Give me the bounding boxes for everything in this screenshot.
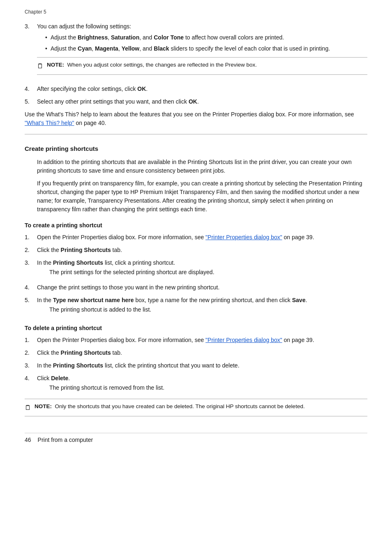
to-delete-heading: To delete a printing shortcut bbox=[25, 324, 367, 333]
create-step-3: 3. In the Printing Shortcuts list, click… bbox=[25, 259, 367, 279]
step-4-num: 4. bbox=[25, 85, 37, 93]
create-shortcuts-body: In addition to the printing shortcuts th… bbox=[37, 158, 367, 214]
note-1: 🗒 NOTE: When you adjust color settings, … bbox=[37, 57, 367, 75]
step-3-num: 3. bbox=[25, 22, 37, 81]
delete-step-4: 4. Click Delete. The printing shortcut i… bbox=[25, 374, 367, 395]
delete-step-4-sub: The printing shortcut is removed from th… bbox=[49, 384, 367, 392]
create-step-2: 2. Click the Printing Shortcuts tab. bbox=[25, 246, 367, 254]
delete-step-1-link[interactable]: "Printer Properties dialog box" bbox=[205, 337, 282, 343]
step-5-text: Select any other print settings that you… bbox=[37, 98, 199, 105]
footer-text: Print from a computer bbox=[38, 436, 93, 444]
step-4-text: After specifying the color settings, cli… bbox=[37, 85, 148, 92]
step-3: 3. You can adjust the following settings… bbox=[25, 22, 367, 81]
create-step-1-link[interactable]: "Printer Properties dialog box" bbox=[205, 234, 282, 240]
delete-step-3: 3. In the Printing Shortcuts list, click… bbox=[25, 361, 367, 370]
create-step-3-sub: The print settings for the selected prin… bbox=[49, 268, 367, 277]
note-icon: 🗒 bbox=[37, 61, 44, 71]
create-shortcuts-body1: In addition to the printing shortcuts th… bbox=[37, 158, 367, 175]
step-3-bullets: Adjust the Brightness, Saturation, and C… bbox=[45, 33, 367, 53]
bullet-2-text: Adjust the Cyan, Magenta, Yellow, and Bl… bbox=[51, 44, 330, 53]
whats-this-text: Use the What's This? help to learn about… bbox=[25, 111, 354, 118]
create-shortcuts-body2: If you frequently print on transparency … bbox=[37, 179, 367, 214]
divider-1 bbox=[25, 134, 367, 134]
note-2-icon: 🗒 bbox=[25, 403, 31, 413]
create-step-4: 4. Change the print settings to those yo… bbox=[25, 283, 367, 292]
note-2-body: Only the shortcuts that you have created… bbox=[55, 403, 305, 409]
create-step-1: 1. Open the Printer Properties dialog bo… bbox=[25, 233, 367, 242]
step-4: 4. After specifying the color settings, … bbox=[25, 85, 367, 93]
bullet-1-text: Adjust the Brightness, Saturation, and C… bbox=[51, 33, 284, 42]
footer-page: 46 bbox=[25, 436, 31, 444]
note-2: 🗒 NOTE: Only the shortcuts that you have… bbox=[25, 399, 367, 416]
bullet-1: Adjust the Brightness, Saturation, and C… bbox=[45, 33, 367, 42]
to-create-heading: To create a printing shortcut bbox=[25, 221, 367, 230]
note-2-text: NOTE: Only the shortcuts that you have c… bbox=[35, 402, 305, 411]
create-step-5: 5. In the Type new shortcut name here bo… bbox=[25, 296, 367, 317]
delete-steps-list: 1. Open the Printer Properties dialog bo… bbox=[25, 336, 367, 395]
create-steps-list: 1. Open the Printer Properties dialog bo… bbox=[25, 233, 367, 317]
create-shortcuts-heading: Create printing shortcuts bbox=[25, 144, 367, 154]
step-4-content: After specifying the color settings, cli… bbox=[37, 85, 367, 93]
chapter-title: Chapter 5 bbox=[25, 9, 46, 15]
note-1-label: NOTE: bbox=[47, 62, 64, 68]
whats-this-link[interactable]: "What's This? help" bbox=[25, 120, 74, 126]
step-3-content: You can adjust the following settings: A… bbox=[37, 22, 367, 81]
note-1-body: When you adjust color settings, the chan… bbox=[67, 62, 257, 68]
note-2-label: NOTE: bbox=[35, 403, 52, 409]
step-5-num: 5. bbox=[25, 97, 37, 106]
footer: 46 Print from a computer bbox=[25, 433, 367, 444]
whats-this-paragraph: Use the What's This? help to learn about… bbox=[25, 110, 367, 127]
whats-this-page: on page 40. bbox=[74, 120, 106, 126]
create-step-5-sub: The printing shortcut is added to the li… bbox=[49, 305, 367, 314]
chapter-header: Chapter 5 bbox=[25, 8, 367, 16]
delete-step-2: 2. Click the Printing Shortcuts tab. bbox=[25, 349, 367, 357]
step-5-content: Select any other print settings that you… bbox=[37, 97, 367, 106]
delete-step-1: 1. Open the Printer Properties dialog bo… bbox=[25, 336, 367, 344]
bullet-2: Adjust the Cyan, Magenta, Yellow, and Bl… bbox=[45, 44, 367, 53]
note-1-text: NOTE: When you adjust color settings, th… bbox=[47, 61, 257, 69]
step-5: 5. Select any other print settings that … bbox=[25, 97, 367, 106]
step-3-text: You can adjust the following settings: bbox=[37, 23, 131, 30]
